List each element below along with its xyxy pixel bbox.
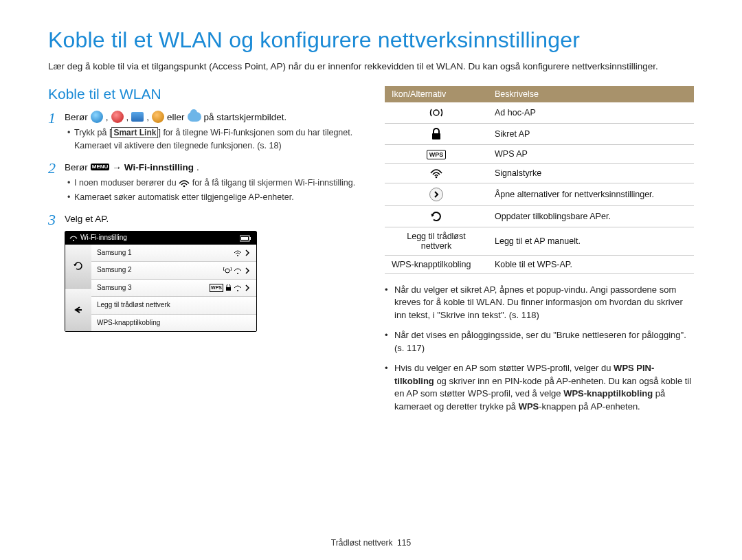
back-arrow-icon <box>73 305 84 315</box>
svg-point-5 <box>237 255 238 256</box>
step-number: 3 <box>48 212 65 333</box>
table-row: Åpne alternativer for nettverksinnstilli… <box>385 183 694 205</box>
info-bullet: Når det vises en påloggingsside, ser du … <box>385 329 694 355</box>
svg-point-7 <box>237 273 238 274</box>
svg-point-6 <box>225 269 229 273</box>
table-header-desc: Beskrivelse <box>488 86 694 102</box>
options-table: Ikon/Alternativ Beskrivelse Ad hoc-AP Si… <box>385 86 694 274</box>
step1-text-pre: Berør <box>65 111 88 124</box>
lock-icon <box>431 128 442 140</box>
step2-bullet1: I noen moduser berører du for å få tilga… <box>67 177 357 190</box>
step2-text-pre: Berør <box>65 161 88 175</box>
step1-bullet: Trykk på [Smart Link] for å tilegne Wi-F… <box>67 126 357 153</box>
step1-text-post: på startskjermbildet. <box>204 111 287 124</box>
svg-rect-3 <box>241 237 248 240</box>
intro-text: Lær deg å koble til via et tilgangspunkt… <box>48 60 694 74</box>
tools-icon <box>152 111 164 123</box>
svg-point-10 <box>434 110 439 115</box>
table-row: WPS-knapptilkobling Koble til et WPS-AP. <box>385 255 694 273</box>
step-2: 2 Berør MENU → Wi-Fi-innstilling. I noen… <box>48 161 357 205</box>
step1-text-mid: eller <box>167 111 185 124</box>
chevron-right-icon <box>244 249 251 256</box>
table-row: Signalstyrke <box>385 163 694 183</box>
flag-icon <box>131 112 144 122</box>
svg-rect-8 <box>226 287 231 291</box>
wifi-icon <box>234 249 242 256</box>
section-subtitle: Koble til et WLAN <box>48 86 357 102</box>
device-screenshot: Wi-Fi-innstilling <box>65 231 257 332</box>
wifi-icon <box>234 267 242 274</box>
adhoc-icon <box>223 267 232 275</box>
adhoc-icon <box>429 107 443 119</box>
refresh-icon <box>73 260 84 271</box>
step3-text: Velg et AP. <box>65 214 109 224</box>
step-1: 1 Berør , , , eller på startskjermbildet… <box>48 111 357 154</box>
svg-rect-4 <box>249 237 251 240</box>
battery-icon <box>240 235 252 242</box>
step-number: 2 <box>48 161 65 205</box>
page-title: Koble til et WLAN og konfigurere nettver… <box>48 27 694 53</box>
add-network-row[interactable]: Legg til trådløst nettverk <box>91 297 256 315</box>
table-row: Ad hoc-AP <box>385 102 694 124</box>
step-number: 1 <box>48 111 65 154</box>
step2-bullet2: Kameraet søker automatisk etter tilgjeng… <box>67 191 357 204</box>
arrow: → <box>112 161 122 175</box>
wifi-icon <box>179 179 190 188</box>
back-button[interactable] <box>65 289 91 332</box>
ap-row[interactable]: Samsung 3 WPS <box>91 280 256 298</box>
svg-point-12 <box>436 176 438 178</box>
wifi-icon <box>69 235 78 242</box>
globe-icon <box>91 111 103 123</box>
svg-rect-11 <box>432 133 440 139</box>
lock-icon <box>225 284 232 291</box>
ap-row[interactable]: Samsung 1 <box>91 245 256 262</box>
device-title: Wi-Fi-innstilling <box>80 233 127 243</box>
page-footer: Trådløst nettverk 115 <box>0 538 742 548</box>
step-3: 3 Velg et AP. Wi-Fi-innstilling <box>48 212 357 333</box>
info-bullet: Hvis du velger en AP som støtter WPS-pro… <box>385 362 694 414</box>
refresh-icon <box>430 210 442 223</box>
svg-point-0 <box>183 186 186 188</box>
chevron-right-icon <box>244 267 251 274</box>
svg-point-9 <box>237 290 238 291</box>
table-row: Sikret AP <box>385 123 694 144</box>
menu-icon: MENU <box>91 164 110 170</box>
info-bullet: Når du velger et sikret AP, åpnes et pop… <box>385 284 694 323</box>
cloud-icon <box>188 112 201 122</box>
wps-button-row[interactable]: WPS-knapptilkobling <box>91 315 256 332</box>
table-row: Oppdater tilkoblingsbare APer. <box>385 205 694 227</box>
table-row: Legg til trådløst nettverk Legg til et A… <box>385 227 694 255</box>
wifi-icon <box>234 284 242 291</box>
wps-badge-icon: WPS <box>427 150 447 159</box>
wifi-setting-label: Wi-Fi-innstilling <box>124 161 194 175</box>
chevron-right-icon <box>244 284 251 291</box>
red-circle-icon <box>111 111 124 123</box>
refresh-button[interactable] <box>65 245 91 289</box>
wifi-icon <box>429 168 443 179</box>
wps-badge-icon: WPS <box>210 284 223 292</box>
table-header-icon: Ikon/Alternativ <box>385 86 488 102</box>
chevron-right-icon <box>429 188 443 201</box>
ap-row[interactable]: Samsung 2 <box>91 262 256 280</box>
table-row: WPS WPS AP <box>385 144 694 163</box>
svg-point-1 <box>73 240 74 241</box>
